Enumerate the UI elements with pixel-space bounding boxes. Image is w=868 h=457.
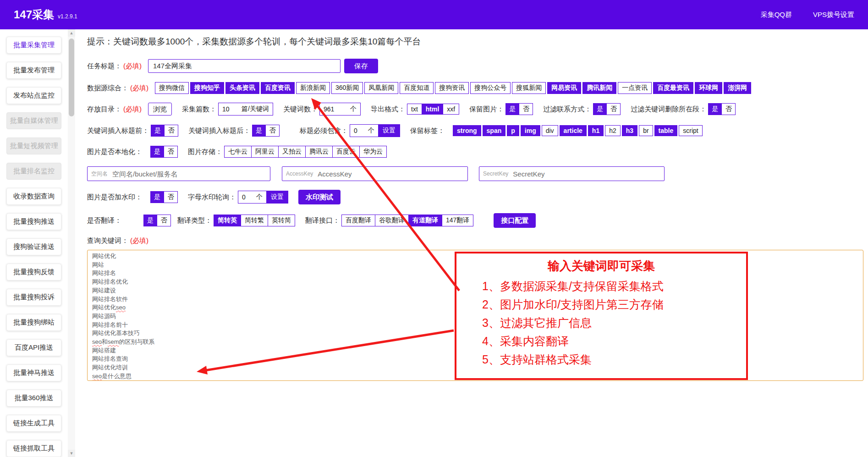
translate-type-options: 简转英简转繁英转简 xyxy=(214,215,295,226)
translate-yes[interactable]: 是 xyxy=(143,215,157,226)
watermark-settings-button[interactable]: 设置 xyxy=(266,191,288,204)
storage-dir-required: (必填) xyxy=(123,105,142,114)
task-title-input[interactable] xyxy=(148,59,341,73)
translate-type-option[interactable]: 简转英 xyxy=(214,215,241,226)
sidebar-item[interactable]: 批量发布管理 xyxy=(6,62,61,79)
localize-yes[interactable]: 是 xyxy=(150,146,164,158)
insert-before-no[interactable]: 否 xyxy=(165,125,178,137)
keep-tag-option[interactable]: script xyxy=(679,125,702,136)
articles-count-suffix: 篇/关键词 xyxy=(242,105,269,113)
datasource-option[interactable]: 一点资讯 xyxy=(618,82,652,94)
sidebar-item[interactable]: 搜狗验证推送 xyxy=(6,238,61,255)
translate-no[interactable]: 否 xyxy=(157,215,171,226)
image-storage-option[interactable]: 腾讯云 xyxy=(305,146,332,158)
datasource-option[interactable]: 搜狗资讯 xyxy=(435,82,469,94)
keep-tag-option[interactable]: table xyxy=(654,125,678,136)
keep-tag-option[interactable]: strong xyxy=(453,125,481,136)
title-contains-input[interactable]: 0 个 xyxy=(350,124,378,137)
datasource-option[interactable]: 360新闻 xyxy=(331,82,363,94)
filter-paragraph-no[interactable]: 否 xyxy=(722,103,736,115)
nav-vps-settings[interactable]: VPS拨号设置 xyxy=(813,11,854,19)
keep-tag-option[interactable]: article xyxy=(560,125,587,136)
sidebar-scrollbar[interactable]: ▲ ▼ xyxy=(68,29,75,457)
translate-type-option[interactable]: 简转繁 xyxy=(241,215,268,226)
keep-tag-option[interactable]: span xyxy=(483,125,506,136)
sidebar-item[interactable]: 批量360推送 xyxy=(6,390,61,407)
sidebar-item[interactable]: 收录数据查询 xyxy=(6,188,61,205)
datasource-option[interactable]: 腾讯新闻 xyxy=(582,82,616,94)
image-storage-option[interactable]: 又拍云 xyxy=(278,146,305,158)
sidebar-item[interactable]: 批量搜狗投诉 xyxy=(6,289,61,306)
sidebar-item[interactable]: 百度API推送 xyxy=(6,339,61,356)
datasource-option[interactable]: 搜狗公众号 xyxy=(470,82,511,94)
sidebar-item[interactable]: 批量搜狗绑站 xyxy=(6,314,61,331)
datasource-option[interactable]: 凤凰新闻 xyxy=(364,82,398,94)
image-storage-option[interactable]: 七牛云 xyxy=(224,146,251,158)
datasource-option[interactable]: 搜狗微信 xyxy=(155,82,189,94)
secretkey-input[interactable] xyxy=(513,170,660,178)
translate-api-option[interactable]: 百度翻译 xyxy=(341,215,375,226)
sidebar-item[interactable]: 批量搜狗推送 xyxy=(6,213,61,230)
sidebar-item[interactable]: 发布站点监控 xyxy=(6,87,61,104)
watermark-yes[interactable]: 是 xyxy=(150,191,164,203)
keep-tag-option[interactable]: p xyxy=(507,125,519,136)
datasource-option[interactable]: 百度最资讯 xyxy=(653,82,693,94)
translate-api-option[interactable]: 有道翻译 xyxy=(408,215,442,226)
keep-images-no[interactable]: 否 xyxy=(519,103,533,115)
scroll-down-icon[interactable]: ▼ xyxy=(68,450,75,457)
keep-tag-option[interactable]: br xyxy=(639,125,653,136)
nav-qq-group[interactable]: 采集QQ群 xyxy=(761,11,792,19)
keep-tag-option[interactable]: h3 xyxy=(622,125,637,136)
watermark-no[interactable]: 否 xyxy=(164,191,178,203)
export-format-option[interactable]: xxf xyxy=(443,104,459,115)
datasource-option[interactable]: 新浪新闻 xyxy=(296,82,330,94)
scroll-up-icon[interactable]: ▲ xyxy=(68,29,75,37)
filter-contact-no[interactable]: 否 xyxy=(607,103,621,115)
save-button[interactable]: 保存 xyxy=(344,59,378,73)
scrollbar-thumb[interactable] xyxy=(69,39,74,116)
image-storage-option[interactable]: 华为云 xyxy=(359,146,387,158)
translate-api-option[interactable]: 147翻译 xyxy=(442,215,473,226)
datasource-option[interactable]: 头条资讯 xyxy=(225,82,259,94)
accesskey-input[interactable] xyxy=(318,170,464,178)
keep-tag-option[interactable]: h2 xyxy=(605,125,621,136)
export-format-option[interactable]: html xyxy=(422,104,443,115)
browse-button[interactable]: 浏览 xyxy=(148,103,172,116)
datasource-option[interactable]: 搜狐新闻 xyxy=(512,82,546,94)
keywords-count-input[interactable]: 961 个 xyxy=(319,103,361,116)
keep-tag-option[interactable]: img xyxy=(521,125,540,136)
sidebar-item[interactable]: 批量采集管理 xyxy=(6,37,61,54)
localize-no[interactable]: 否 xyxy=(164,146,178,158)
filter-contact-yes[interactable]: 是 xyxy=(593,103,607,115)
datasource-option[interactable]: 澎湃网 xyxy=(724,82,751,94)
sidebar-item[interactable]: 链接生成工具 xyxy=(6,415,61,432)
insert-after-yes[interactable]: 是 xyxy=(252,125,266,137)
datasource-option[interactable]: 百度知道 xyxy=(400,82,434,94)
translate-type-option[interactable]: 英转简 xyxy=(268,215,295,226)
articles-count-input[interactable]: 10 篇/关键词 xyxy=(218,103,273,116)
title-contains-settings-button[interactable]: 设置 xyxy=(378,124,400,137)
watermark-cycle-suffix: 个 xyxy=(256,193,263,201)
sidebar-item[interactable]: 批量搜狗反馈 xyxy=(6,264,61,281)
keep-tag-option[interactable]: h1 xyxy=(588,125,604,136)
query-keywords-label: 查询关键词： xyxy=(87,237,128,245)
insert-before-yes[interactable]: 是 xyxy=(151,125,165,137)
image-storage-option[interactable]: 百度云 xyxy=(332,146,359,158)
datasource-option[interactable]: 环球网 xyxy=(695,82,722,94)
sidebar-item[interactable]: 链接抓取工具 xyxy=(6,440,61,457)
watermark-cycle-input[interactable]: 0 个 xyxy=(238,191,266,204)
keep-images-yes[interactable]: 是 xyxy=(505,103,519,115)
keep-tag-option[interactable]: div xyxy=(542,125,558,136)
image-storage-option[interactable]: 阿里云 xyxy=(251,146,278,158)
translate-api-option[interactable]: 谷歌翻译 xyxy=(375,215,408,226)
bucket-input[interactable] xyxy=(112,170,266,178)
sidebar-item[interactable]: 批量神马推送 xyxy=(6,364,61,381)
watermark-test-button[interactable]: 水印测试 xyxy=(298,190,341,204)
export-format-option[interactable]: txt xyxy=(407,104,422,115)
filter-paragraph-yes[interactable]: 是 xyxy=(708,103,722,115)
datasource-option[interactable]: 百度资讯 xyxy=(261,82,295,94)
api-config-button[interactable]: 接口配置 xyxy=(494,213,536,228)
datasource-option[interactable]: 搜狗知乎 xyxy=(190,82,224,94)
datasource-option[interactable]: 网易资讯 xyxy=(547,82,581,94)
insert-after-no[interactable]: 否 xyxy=(266,125,280,137)
